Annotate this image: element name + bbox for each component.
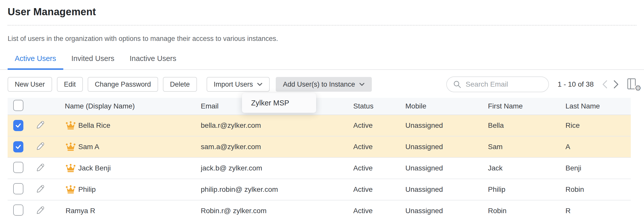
last-name-cell: R [565, 207, 631, 215]
table-header-row: Name (Display Name) Email Status Mobile … [8, 98, 631, 115]
status-cell: Active [353, 185, 405, 194]
last-name-cell: A [565, 143, 631, 151]
row-checkbox[interactable] [13, 120, 23, 131]
crown-admin-icon [66, 121, 76, 130]
first-name-cell: Bella [488, 121, 565, 130]
chevron-left-icon [602, 80, 608, 89]
add-users-to-instance-button[interactable]: Add User(s) to Instance [276, 77, 372, 92]
table-row[interactable]: Sam A sam.a@zylker.com Active Unassigned… [8, 136, 631, 158]
row-checkbox[interactable] [13, 205, 23, 216]
next-page-button[interactable] [610, 79, 622, 90]
import-users-label: Import Users [214, 81, 253, 88]
header-mobile: Mobile [405, 102, 488, 110]
manage-columns-button[interactable]: ⚙ [627, 78, 640, 90]
crown-admin-icon [66, 185, 76, 194]
display-name: Jack Benji [78, 164, 111, 172]
edit-pencil-icon[interactable] [35, 166, 45, 174]
header-last-name: Last Name [565, 102, 631, 110]
search-email-input[interactable] [466, 80, 542, 88]
select-all-checkbox[interactable] [13, 100, 23, 111]
status-cell: Active [353, 207, 405, 215]
change-password-button[interactable]: Change Password [88, 77, 158, 92]
name-cell: Philip [58, 185, 201, 194]
first-name-cell: Sam [488, 143, 565, 151]
status-cell: Active [353, 164, 405, 172]
display-name: Philip [78, 185, 96, 194]
mobile-cell: Unassigned [405, 164, 488, 172]
edit-pencil-icon[interactable] [35, 145, 45, 153]
name-cell: Bella Rice [58, 121, 201, 130]
add-users-to-instance-label: Add User(s) to Instance [283, 81, 355, 88]
table-row[interactable]: Bella Rice bella.r@zylker.com Active Una… [8, 115, 631, 136]
email-cell: Robin.r@ zylker.com [201, 207, 353, 215]
display-name: Ramya R [66, 207, 95, 215]
mobile-cell: Unassigned [405, 207, 488, 215]
mobile-cell: Unassigned [405, 185, 488, 194]
crown-admin-icon [66, 143, 76, 151]
row-checkbox[interactable] [13, 141, 23, 152]
table-row[interactable]: Ramya R Robin.r@ zylker.com Active Unass… [8, 200, 631, 220]
check-icon [15, 144, 22, 150]
name-cell: Ramya R [58, 207, 201, 215]
first-name-cell: Philip [488, 185, 565, 194]
user-management-page: User Management List of users in the org… [0, 0, 644, 220]
last-name-cell: Rice [565, 121, 631, 130]
instance-dropdown-menu: Zylker MSP [242, 93, 316, 113]
pager [599, 79, 622, 90]
row-checkbox[interactable] [13, 183, 23, 194]
previous-page-button[interactable] [599, 79, 610, 90]
page-subtitle: List of users in the organization with o… [8, 35, 636, 43]
display-name: Sam A [78, 143, 99, 151]
check-icon [15, 122, 22, 129]
chevron-right-icon [613, 80, 619, 89]
edit-pencil-icon[interactable] [35, 209, 45, 217]
toolbar: New User Edit Change Password Delete Imp… [0, 76, 644, 92]
mobile-cell: Unassigned [405, 143, 488, 151]
header-divider [8, 25, 636, 26]
import-users-button[interactable]: Import Users [207, 77, 270, 92]
gear-icon: ⚙ [635, 84, 641, 92]
toolbar-right-group: 1 - 10 of 38 ⚙ [446, 76, 640, 92]
chevron-down-icon [359, 83, 365, 86]
search-icon [453, 80, 462, 89]
crown-admin-icon [66, 164, 76, 172]
first-name-cell: Robin [488, 207, 565, 215]
name-cell: Jack Benji [58, 164, 201, 172]
header-name: Name (Display Name) [58, 102, 201, 110]
tab-invited-users[interactable]: Invited Users [64, 54, 121, 69]
display-name: Bella Rice [78, 121, 110, 130]
status-cell: Active [353, 121, 405, 130]
name-cell: Sam A [58, 143, 201, 151]
header-first-name: First Name [488, 102, 565, 110]
last-name-cell: Robin [565, 185, 631, 194]
first-name-cell: Jack [488, 164, 565, 172]
table-body: Bella Rice bella.r@zylker.com Active Una… [8, 115, 631, 220]
page-header: User Management List of users in the org… [0, 0, 644, 43]
last-name-cell: Benji [565, 164, 631, 172]
pagination-range: 1 - 10 of 38 [558, 80, 594, 88]
page-title: User Management [8, 6, 636, 18]
edit-pencil-icon[interactable] [35, 124, 45, 132]
status-cell: Active [353, 143, 405, 151]
tab-active-users[interactable]: Active Users [8, 54, 63, 69]
delete-button[interactable]: Delete [163, 77, 197, 92]
edit-pencil-icon[interactable] [35, 188, 45, 196]
edit-button[interactable]: Edit [57, 77, 83, 92]
table-row[interactable]: Philip philip.robin@ zylker.com Active U… [8, 179, 631, 200]
email-cell: bella.r@zylker.com [201, 121, 353, 130]
table-row[interactable]: Jack Benji jack.b@ zylker.com Active Una… [8, 158, 631, 179]
search-box [446, 76, 549, 92]
tab-inactive-users[interactable]: Inactive Users [122, 54, 183, 69]
email-cell: sam.a@zylker.com [201, 143, 353, 151]
instance-option-zylker-msp[interactable]: Zylker MSP [242, 96, 316, 110]
mobile-cell: Unassigned [405, 121, 488, 130]
new-user-button[interactable]: New User [8, 77, 52, 92]
users-table: Name (Display Name) Email Status Mobile … [8, 98, 631, 220]
header-status: Status [353, 102, 405, 110]
chevron-down-icon [257, 83, 263, 86]
row-checkbox[interactable] [13, 162, 23, 173]
email-cell: philip.robin@ zylker.com [201, 185, 353, 194]
email-cell: jack.b@ zylker.com [201, 164, 353, 172]
tab-bar: Active Users Invited Users Inactive User… [0, 54, 644, 70]
